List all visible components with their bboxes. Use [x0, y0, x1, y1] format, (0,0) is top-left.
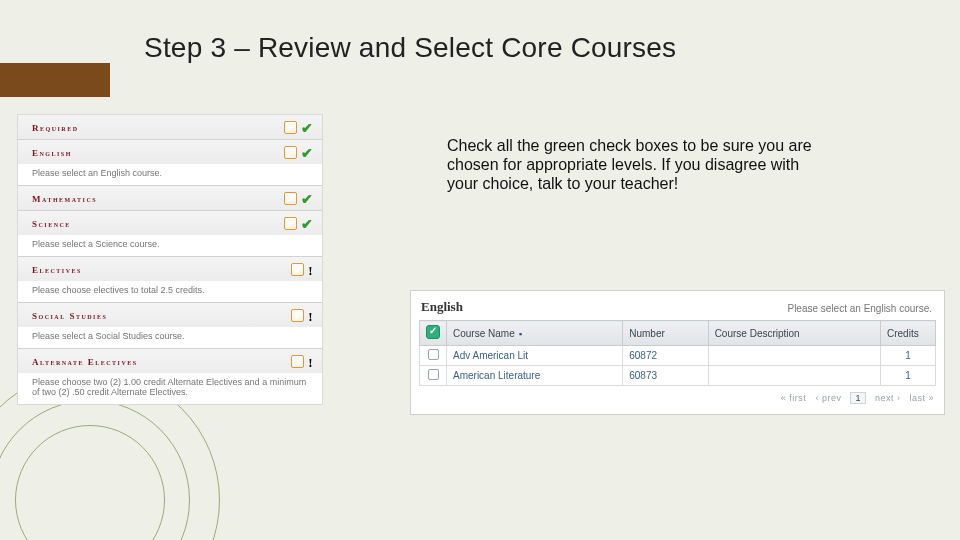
section-label: English [32, 148, 72, 158]
instruction-text: Check all the green check boxes to be su… [447, 137, 817, 194]
section-social-studies[interactable]: Social Studies ! Please select a Social … [18, 302, 322, 348]
cell-credits: 1 [881, 366, 936, 386]
section-label: Mathematics [32, 194, 97, 204]
pager-prev[interactable]: ‹ prev [815, 393, 841, 403]
col-desc[interactable]: Course Description [708, 321, 880, 346]
edit-icon[interactable] [291, 263, 304, 276]
section-label: Alternate Electives [32, 357, 138, 367]
section-label: Required [32, 123, 79, 133]
status-warn[interactable]: ! [291, 309, 314, 322]
cell-course-name[interactable]: American Literature [447, 366, 623, 386]
table-row[interactable]: American Literature 60873 1 [420, 366, 936, 386]
section-mathematics[interactable]: Mathematics ✔ [18, 185, 322, 210]
cell-credits: 1 [881, 346, 936, 366]
col-number[interactable]: Number [623, 321, 708, 346]
cell-number: 60872 [623, 346, 708, 366]
section-english[interactable]: English ✔ Please select an English cours… [18, 139, 322, 185]
section-sub: Please select an English course. [18, 164, 322, 185]
col-course-name[interactable]: Course Name▪ [447, 321, 623, 346]
cell-course-name[interactable]: Adv American Lit [447, 346, 623, 366]
cell-desc [708, 346, 880, 366]
edit-icon[interactable] [284, 192, 297, 205]
pager-first[interactable]: « first [781, 393, 807, 403]
section-sub: Please select a Science course. [18, 235, 322, 256]
course-table: Course Name▪ Number Course Description C… [419, 320, 936, 386]
check-icon: ✔ [301, 147, 315, 160]
alert-icon: ! [308, 264, 314, 277]
section-required[interactable]: Required ✔ [18, 115, 322, 139]
status-ok[interactable]: ✔ [284, 217, 315, 230]
status-warn[interactable]: ! [291, 355, 314, 368]
status-ok[interactable]: ✔ [284, 121, 315, 134]
edit-icon[interactable] [284, 146, 297, 159]
pager-next[interactable]: next › [875, 393, 901, 403]
edit-icon[interactable] [291, 309, 304, 322]
section-sub: Please choose electives to total 2.5 cre… [18, 281, 322, 302]
edit-icon[interactable] [284, 217, 297, 230]
status-ok[interactable]: ✔ [284, 146, 315, 159]
alert-icon: ! [308, 310, 314, 323]
pager-current: 1 [850, 392, 866, 404]
check-icon: ✔ [301, 218, 315, 231]
check-icon: ✔ [301, 122, 315, 135]
accent-bar [0, 63, 110, 97]
alert-icon: ! [308, 356, 314, 369]
col-credits[interactable]: Credits [881, 321, 936, 346]
row-checkbox[interactable] [428, 349, 439, 360]
check-icon: ✔ [301, 193, 315, 206]
course-panel-hint: Please select an English course. [419, 303, 936, 314]
section-electives[interactable]: Electives ! Please choose electives to t… [18, 256, 322, 302]
row-checkbox[interactable] [428, 369, 439, 380]
pager-last[interactable]: last » [909, 393, 934, 403]
cell-desc [708, 366, 880, 386]
section-sub: Please choose two (2) 1.00 credit Altern… [18, 373, 322, 404]
section-sub: Please select a Social Studies course. [18, 327, 322, 348]
cell-number: 60873 [623, 366, 708, 386]
edit-icon[interactable] [284, 121, 297, 134]
page-title: Step 3 – Review and Select Core Courses [144, 32, 676, 64]
status-warn[interactable]: ! [291, 263, 314, 276]
select-all-icon[interactable] [426, 325, 440, 339]
course-panel: English Please select an English course.… [410, 290, 945, 415]
requirements-panel: Required ✔ English ✔ Please select an En… [17, 114, 323, 405]
col-select[interactable] [420, 321, 447, 346]
section-label: Electives [32, 265, 82, 275]
status-ok[interactable]: ✔ [284, 192, 315, 205]
section-label: Social Studies [32, 311, 107, 321]
table-row[interactable]: Adv American Lit 60872 1 [420, 346, 936, 366]
sort-indicator-icon: ▪ [515, 329, 522, 339]
section-science[interactable]: Science ✔ Please select a Science course… [18, 210, 322, 256]
section-label: Science [32, 219, 71, 229]
section-alternate-electives[interactable]: Alternate Electives ! Please choose two … [18, 348, 322, 404]
pager: « first ‹ prev 1 next › last » [419, 386, 936, 404]
edit-icon[interactable] [291, 355, 304, 368]
